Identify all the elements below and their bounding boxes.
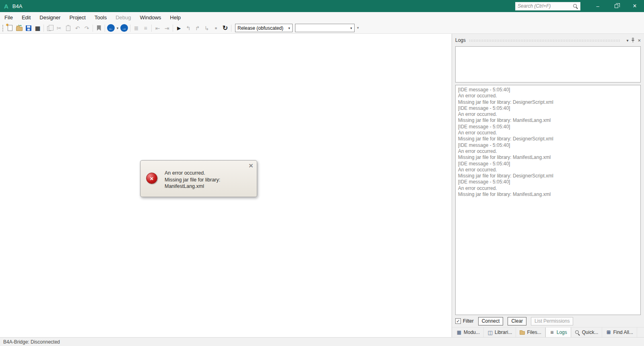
bottom-tab[interactable]: Librari...	[484, 327, 516, 337]
log-entry-detail: Missing jar file for library: DesignerSc…	[458, 173, 638, 179]
redo-button: ↷	[82, 23, 91, 33]
back-arrow-icon: ←	[109, 25, 114, 31]
menu-item[interactable]: Help	[165, 12, 185, 23]
restore-button[interactable]	[607, 0, 625, 12]
chevron-down-icon: ▾	[626, 38, 628, 43]
menu-item-label: Help	[170, 14, 181, 21]
chevron-down-icon: ▾	[348, 26, 354, 30]
toolbar-separator	[130, 25, 130, 32]
run-icon: ▶	[177, 25, 181, 31]
search-icon[interactable]	[573, 4, 578, 9]
menu-item[interactable]: Project	[65, 12, 90, 23]
menu-item[interactable]: Tools	[90, 12, 111, 23]
chevron-down-icon: ▾	[286, 26, 292, 30]
panel-close-button[interactable]: ×	[638, 37, 641, 43]
toolbar: ▦ ✂ ↶ ↷ ← ▾ → ≣ ≡ ⇤ ⇥ ▶ ↰ ↱ ↳ ■ ↻ Releas…	[0, 23, 644, 34]
bridge-status-text: B4A-Bridge: Disconnected	[3, 339, 60, 345]
filter-checkbox[interactable]: ✓	[455, 318, 461, 324]
open-project-button[interactable]	[14, 23, 24, 33]
error-icon: ×	[146, 173, 157, 184]
logs-panel-header[interactable]: Logs ▾ ×	[452, 36, 644, 44]
export-package-button[interactable]: ▦	[33, 23, 42, 33]
menu-item-label: Tools	[95, 14, 107, 21]
tab-icon	[520, 331, 525, 335]
forward-circle-icon: →	[120, 24, 128, 32]
redo-icon: ↷	[85, 25, 89, 31]
close-icon: ×	[633, 2, 636, 10]
toolbar-overflow-button[interactable]: ▾	[357, 27, 359, 29]
menu-item[interactable]: Edit	[17, 12, 35, 23]
run-button[interactable]: ▶	[174, 23, 184, 33]
error-popup-close-button[interactable]: ×	[249, 161, 253, 170]
log-entry-message: An error occurred.	[458, 185, 638, 192]
comment-button: ≣	[132, 23, 141, 33]
code-editor-area[interactable]: × An error occurred. Missing jar file fo…	[0, 34, 452, 337]
rebuild-button[interactable]: ↻	[221, 23, 230, 33]
back-circle-icon: ←	[107, 24, 115, 32]
menu-item[interactable]: Windows	[136, 12, 166, 23]
menu-item[interactable]: Debug	[111, 12, 135, 23]
new-project-button[interactable]	[5, 23, 14, 33]
error-x-glyph: ×	[150, 175, 154, 182]
bottom-tab[interactable]: Logs	[545, 327, 571, 337]
navigate-forward-button[interactable]: →	[120, 23, 129, 33]
log-entry-timestamp: [IDE message - 5:05:40]	[458, 105, 638, 111]
logs-controls-row: ✓ Filter Connect Clear List Permissions	[452, 315, 644, 327]
close-button[interactable]: ×	[625, 0, 644, 12]
log-entry-timestamp: [IDE message - 5:05:40]	[458, 124, 638, 130]
tab-label: Logs	[557, 330, 567, 335]
navigate-back-button[interactable]: ←	[106, 23, 116, 33]
bottom-tab[interactable]: Files...	[516, 327, 545, 337]
log-filter-box[interactable]	[455, 46, 641, 82]
bottom-tab[interactable]: Modu...	[453, 327, 484, 337]
log-entry-detail: Missing jar file for library: ManifestLa…	[458, 154, 638, 161]
bottom-tab[interactable]: Quick...	[571, 327, 603, 337]
outdent-button: ⇤	[153, 23, 162, 33]
logs-panel: Logs ▾ × [IDE message - 5:05:40] An erro…	[452, 34, 644, 337]
log-entry-message: An error occurred.	[458, 93, 638, 99]
menu-item-label: Debug	[116, 14, 131, 21]
toolbar-grip-handle[interactable]	[2, 25, 4, 32]
clear-button[interactable]: Clear	[508, 317, 526, 325]
log-entry: [IDE message - 5:05:40] An error occurre…	[458, 142, 638, 161]
minimize-icon: –	[596, 3, 599, 9]
statusbar: B4A-Bridge: Disconnected	[0, 337, 644, 346]
step-into-button: ↰	[184, 23, 193, 33]
log-output-list[interactable]: [IDE message - 5:05:40] An error occurre…	[455, 85, 641, 315]
toolbar-separator	[173, 25, 173, 32]
rebuild-icon: ↻	[223, 24, 228, 32]
build-configuration-select[interactable]: Release (obfuscated) ▾	[235, 24, 293, 32]
bookmark-button[interactable]	[94, 23, 103, 33]
log-entry: [IDE message - 5:05:40] An error occurre…	[458, 161, 638, 179]
module-select[interactable]: ▾	[295, 24, 355, 32]
chevron-down-icon: ▾	[357, 27, 359, 29]
log-entry-message: An error occurred.	[458, 130, 638, 136]
connect-button[interactable]: Connect	[478, 317, 504, 325]
log-entry: [IDE message - 5:05:40] An error occurre…	[458, 179, 638, 198]
panel-menu-button[interactable]: ▾	[626, 38, 628, 43]
indent-button: ⇥	[162, 23, 171, 33]
menu-item[interactable]: File	[0, 12, 17, 23]
minimize-button[interactable]: –	[588, 0, 607, 12]
menu-item-label: Project	[69, 14, 85, 21]
panel-texture	[469, 39, 620, 42]
global-search[interactable]	[515, 2, 580, 10]
menu-item[interactable]: Designer	[35, 12, 65, 23]
navigate-back-dropdown[interactable]: ▾	[116, 26, 120, 30]
uncomment-icon: ≡	[144, 25, 147, 31]
undo-icon: ↶	[75, 25, 80, 31]
close-icon: ×	[638, 37, 641, 43]
save-button[interactable]	[24, 23, 33, 33]
log-entry-message: An error occurred.	[458, 111, 638, 117]
step-over-button: ↱	[193, 23, 202, 33]
cut-icon: ✂	[57, 25, 62, 31]
toolbar-separator	[231, 25, 231, 32]
main-area: × An error occurred. Missing jar file fo…	[0, 34, 644, 337]
bottom-tab[interactable]: Find All...	[602, 327, 637, 337]
stop-icon: ■	[215, 26, 217, 30]
error-line-1: An error occurred.	[165, 170, 220, 177]
search-input[interactable]	[518, 3, 573, 9]
error-line-2: Missing jar file for library:	[165, 177, 220, 183]
copy-icon	[47, 26, 51, 31]
panel-pin-button[interactable]	[631, 38, 635, 43]
